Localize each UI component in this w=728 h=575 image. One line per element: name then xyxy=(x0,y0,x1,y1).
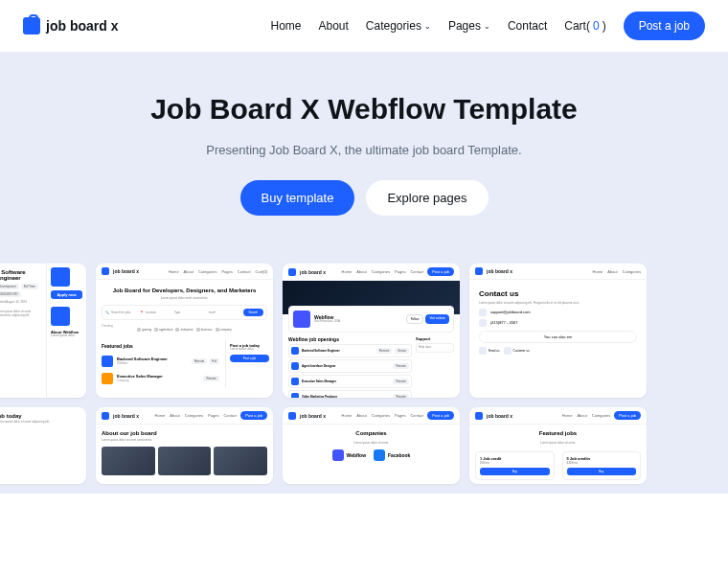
image-placeholder xyxy=(214,447,267,475)
preview-card-company[interactable]: job board x HomeAboutCategoriesPagesCont… xyxy=(283,264,460,398)
briefcase-icon xyxy=(475,412,483,420)
briefcase-icon xyxy=(23,17,40,34)
preview-tags: DevelopmentFull Time$100,000 USD xyxy=(0,284,40,297)
brand-text: job board x xyxy=(46,18,118,34)
briefcase-icon xyxy=(288,268,296,276)
image-placeholder xyxy=(102,447,155,475)
nav-cart[interactable]: Cart(0) xyxy=(564,19,605,33)
chevron-down-icon: ⌄ xyxy=(484,22,490,31)
facebook-icon xyxy=(374,449,385,461)
preview-card-cta[interactable]: job today Lorem ipsum dolor sit amet adi… xyxy=(0,407,86,484)
preview-card-featured[interactable]: job board x HomeAboutCategories Post a j… xyxy=(469,407,647,484)
hero-section: Job Board X Webflow Template Presenting … xyxy=(0,52,728,264)
preview-card-companies[interactable]: job board x HomeAboutCategoriesPagesCont… xyxy=(283,407,460,484)
hero-title: Job Board X Webflow Template xyxy=(134,90,594,127)
header: job board x Home About Categories⌄ Pages… xyxy=(0,0,728,52)
preview-job-row: Backend Software EngineerWebflow RemoteF… xyxy=(96,353,225,370)
preview-card-contact[interactable]: job board x HomeAboutCategories Contact … xyxy=(469,264,647,398)
explore-pages-button[interactable]: Explore pages xyxy=(366,180,488,216)
briefcase-icon xyxy=(475,267,483,275)
hero-buttons: Buy template Explore pages xyxy=(19,180,709,216)
briefcase-icon xyxy=(102,267,109,275)
webflow-icon xyxy=(332,449,344,461)
preview-card-about[interactable]: job board x HomeAboutCategoriesPagesCont… xyxy=(96,407,273,484)
headset-icon xyxy=(504,347,512,355)
nav-home[interactable]: Home xyxy=(270,19,301,33)
nav-pages[interactable]: Pages⌄ xyxy=(448,19,490,33)
mail-icon xyxy=(479,347,487,355)
main-nav: Home About Categories⌄ Pages⌄ Contact Ca… xyxy=(270,12,705,40)
image-placeholder xyxy=(158,447,212,475)
nav-contact[interactable]: Contact xyxy=(508,19,547,33)
chevron-down-icon: ⌄ xyxy=(424,22,431,31)
preview-role: d Software Engineer xyxy=(0,269,40,281)
webflow-icon xyxy=(102,356,113,367)
preview-header: job board x HomeAboutCategoriesPagesCont… xyxy=(96,264,273,280)
preview-card-job-detail[interactable]: d Software Engineer DevelopmentFull Time… xyxy=(0,264,86,398)
briefcase-icon xyxy=(102,412,109,420)
preview-email: support@jobboard.com xyxy=(479,309,637,316)
mail-icon xyxy=(479,309,487,316)
preview-phone: (415)877 - 4567 xyxy=(479,319,637,327)
webflow-icon xyxy=(51,267,70,287)
post-job-button[interactable]: Post a job xyxy=(624,12,705,40)
preview-card-homepage[interactable]: job board x HomeAboutCategoriesPagesCont… xyxy=(96,264,273,398)
webflow-icon xyxy=(293,310,310,328)
hero-subtitle: Presenting Job Board X, the ultimate job… xyxy=(19,143,709,157)
nav-about[interactable]: About xyxy=(318,19,348,33)
briefcase-icon xyxy=(288,412,296,420)
logo[interactable]: job board x xyxy=(23,17,118,34)
preview-search: 🔍Search for jobs 📍Location Type Level Se… xyxy=(102,305,267,320)
buy-template-button[interactable]: Buy template xyxy=(240,180,355,216)
template-gallery: d Software Engineer DevelopmentFull Time… xyxy=(0,264,728,494)
company-icon xyxy=(102,373,113,384)
nav-categories[interactable]: Categories⌄ xyxy=(366,19,431,33)
phone-icon xyxy=(479,319,487,327)
